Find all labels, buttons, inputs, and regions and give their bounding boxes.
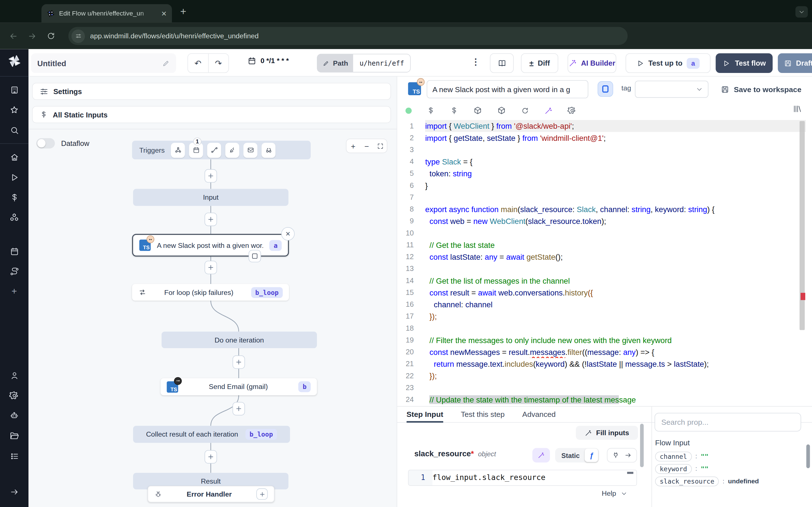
windmill-logo-icon[interactable] (0, 49, 29, 73)
tab-advanced[interactable]: Advanced (522, 406, 555, 422)
code-line[interactable]: 8export async function main(slack_resour… (397, 203, 806, 215)
edit-name-pencil-icon[interactable] (162, 59, 170, 67)
sidebar-item-workspace[interactable] (0, 80, 29, 100)
code-line[interactable]: 3 (397, 144, 806, 156)
flow-input-prop-row[interactable]: keyword:"" (655, 464, 759, 474)
code-line[interactable]: 19 // Filter the messages to only includ… (397, 334, 806, 346)
code-line[interactable]: 22 }); (397, 370, 806, 382)
browser-tab[interactable]: Edit Flow u/henri/effective_un ✕ (42, 4, 172, 23)
save-to-workspace-button[interactable]: Save to workspace (721, 81, 802, 98)
site-settings-icon[interactable] (71, 29, 85, 43)
expr-value[interactable]: flow_input.slack_resource (433, 470, 637, 485)
expression-toggle-icon[interactable]: ƒ (585, 448, 598, 462)
sidebar-item-routes[interactable] (0, 262, 29, 282)
sidebar-item-add[interactable]: + (0, 281, 29, 302)
path-editor[interactable]: Path u/henri/eff (317, 54, 411, 72)
node-slack-step[interactable]: TS A new Slack post with a given wor... … (132, 234, 289, 257)
code-line[interactable]: 7 (397, 191, 806, 203)
node-input[interactable]: Input (133, 189, 289, 206)
node-forloop[interactable]: For loop (skip failures) b_loop (132, 284, 289, 300)
code-line[interactable]: 12 const lastState: any = await getState… (397, 251, 806, 263)
add-error-handler-icon[interactable] (256, 489, 267, 500)
ai-assistant-icon[interactable] (544, 106, 552, 114)
props-scrollbar[interactable] (806, 445, 810, 468)
sidebar-item-folders[interactable] (0, 426, 29, 446)
connect-input-group[interactable] (607, 448, 637, 462)
tag-select[interactable] (635, 81, 709, 98)
tab-test-this-step[interactable]: Test this step (461, 406, 504, 422)
package-icon[interactable] (497, 106, 506, 115)
add-step-button[interactable] (205, 169, 217, 183)
delete-step-icon[interactable]: ✕ (281, 227, 295, 240)
ai-builder-button[interactable]: AI Builder (567, 53, 616, 73)
sidebar-expand-icon[interactable] (0, 482, 29, 502)
code-line[interactable]: 20 const newMessages = result.messages.f… (397, 346, 806, 358)
flow-input-prop-row[interactable]: slack_resource:undefined (655, 476, 759, 487)
sidebar-item-users[interactable] (0, 365, 29, 386)
sidebar-item-variables[interactable] (0, 187, 29, 208)
early-stop-icon[interactable] (249, 250, 261, 262)
sidebar-item-settings[interactable] (0, 385, 29, 406)
node-send-email[interactable]: TS Send Email (gmail) b (160, 378, 317, 395)
config-scrollbar[interactable] (640, 424, 644, 467)
more-options-icon[interactable]: ⋮ (471, 56, 480, 67)
code-line[interactable]: 13 (397, 263, 806, 275)
code-line[interactable]: 17 }); (397, 311, 806, 322)
tab-close-icon[interactable]: ✕ (161, 10, 167, 17)
code-line[interactable]: 1import { WebClient } from '@slack/web-a… (397, 120, 806, 132)
flow-name-input[interactable]: Untitled (31, 53, 176, 73)
code-line[interactable]: 18 (397, 322, 806, 334)
draft-button[interactable]: Draft (778, 53, 812, 73)
undo-button[interactable]: ↶ (188, 54, 209, 72)
docs-button[interactable] (490, 53, 514, 73)
tab-search-button[interactable] (795, 6, 808, 17)
code-line[interactable]: 14 // Get the list of messages in the ch… (397, 275, 806, 286)
library-icon[interactable] (793, 105, 802, 113)
add-step-button[interactable] (205, 213, 217, 226)
code-line[interactable]: 11 // Get the last state (397, 239, 806, 251)
fill-inputs-button[interactable]: Fill inputs (576, 426, 638, 440)
code-line[interactable]: 15 const result = await web.conversation… (397, 287, 806, 298)
code-editor[interactable]: 1import { WebClient } from '@slack/web-a… (397, 120, 806, 406)
code-line[interactable]: 4type Slack = { (397, 156, 806, 168)
editor-settings-icon[interactable] (567, 106, 576, 115)
add-step-button[interactable] (205, 261, 217, 274)
new-tab-button[interactable]: + (180, 6, 186, 17)
help-link[interactable]: Help (602, 490, 627, 497)
expand-editor-button[interactable] (598, 81, 613, 97)
schedule-indicator[interactable]: 0 */1 * * * (248, 56, 289, 65)
node-do-one-iteration[interactable]: Do one iteration (161, 332, 317, 348)
add-step-button[interactable] (233, 355, 245, 369)
code-line[interactable]: 10 (397, 227, 806, 239)
diff-button[interactable]: ± Diff (521, 53, 558, 73)
code-line[interactable]: 24 // Update the state with the timestam… (397, 394, 806, 406)
static-toggle-label[interactable]: Static (556, 452, 585, 459)
node-collect-result[interactable]: Collect result of each iteration b_loop (133, 426, 290, 443)
search-prop-input[interactable] (655, 413, 801, 432)
reload-icon[interactable] (42, 32, 60, 40)
sidebar-item-home[interactable] (0, 147, 29, 167)
sidebar-item-workers[interactable] (0, 406, 29, 426)
expression-editor[interactable]: 1 flow_input.slack_resource (408, 470, 637, 486)
step-summary-input[interactable] (426, 80, 588, 98)
flow-input-prop-row[interactable]: channel:"" (655, 451, 759, 462)
sidebar-item-resources[interactable] (0, 208, 29, 228)
add-step-button[interactable] (233, 402, 245, 415)
test-up-to-button[interactable]: Test up to a (626, 53, 711, 73)
code-line[interactable]: 23 (397, 382, 806, 394)
code-line[interactable]: 9 const web = new WebClient(slack_resour… (397, 215, 806, 227)
code-line[interactable]: 2import { getState, setState } from 'win… (397, 132, 806, 144)
forward-icon[interactable] (23, 31, 42, 41)
address-bar[interactable]: app.windmill.dev/flows/edit/u/henri/effe… (68, 27, 627, 45)
variables-icon[interactable] (426, 106, 435, 114)
sidebar-item-search[interactable] (0, 120, 29, 140)
sidebar-item-audit-logs[interactable] (0, 446, 29, 466)
code-line[interactable]: 5 token: string (397, 168, 806, 179)
static-expr-toggle[interactable]: Static ƒ (555, 448, 599, 462)
node-error-handler[interactable]: Error Handler (147, 486, 274, 503)
code-line[interactable]: 16 channel: channel (397, 298, 806, 311)
add-step-button[interactable] (205, 450, 217, 464)
code-line[interactable]: 21 return message.text.includes(keyword)… (397, 358, 806, 370)
sidebar-item-runs[interactable] (0, 167, 29, 187)
contextual-variables-icon[interactable] (450, 106, 458, 114)
